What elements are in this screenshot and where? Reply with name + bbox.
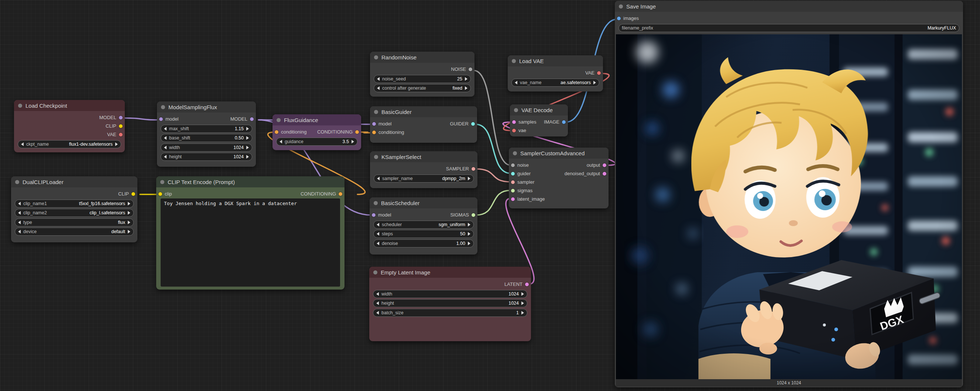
- input-port-model[interactable]: model: [372, 212, 391, 218]
- node-flux-guidance[interactable]: FluxGuidance conditioning CONDITIONING g…: [272, 114, 361, 150]
- decrement-arrow-icon[interactable]: [377, 223, 379, 226]
- input-port-sampler[interactable]: sampler: [511, 179, 534, 185]
- node-clip-text-encode[interactable]: CLIP Text Encode (Prompt) clip CONDITION…: [156, 176, 345, 290]
- conditioning-port-dot[interactable]: [372, 131, 376, 134]
- node-load-vae[interactable]: Load VAE VAE vae_nameae.safetensors: [508, 55, 603, 92]
- input-port-model[interactable]: model: [159, 116, 178, 122]
- input-port-images[interactable]: images: [617, 16, 639, 21]
- collapse-dot-icon[interactable]: [18, 104, 22, 108]
- node-titlebar[interactable]: SamplerCustomAdvanced: [509, 147, 609, 158]
- clip-port-dot[interactable]: [158, 192, 162, 196]
- clip-port-dot[interactable]: [119, 124, 123, 128]
- type-widget[interactable]: typeflux: [15, 218, 134, 226]
- output-port-latent[interactable]: LATENT: [504, 282, 529, 287]
- control-after-generate-widget[interactable]: control after generatefixed: [374, 84, 471, 92]
- latent-port-dot[interactable]: [512, 120, 516, 124]
- conditioning-port-dot[interactable]: [355, 130, 359, 134]
- noise-port-dot[interactable]: [511, 163, 515, 167]
- increment-arrow-icon[interactable]: [468, 223, 471, 226]
- decrement-arrow-icon[interactable]: [280, 140, 282, 144]
- output-port-guider[interactable]: GUIDER: [450, 121, 475, 127]
- output-port-vae[interactable]: VAE: [585, 70, 601, 76]
- node-titlebar[interactable]: Save Image: [615, 1, 963, 12]
- scheduler-widget[interactable]: schedulersgm_uniform: [373, 221, 474, 229]
- model-port-dot[interactable]: [372, 213, 375, 217]
- decrement-arrow-icon[interactable]: [164, 136, 167, 140]
- decrement-arrow-icon[interactable]: [18, 202, 21, 206]
- increment-arrow-icon[interactable]: [522, 301, 524, 305]
- node-titlebar[interactable]: Load Checkpoint: [14, 100, 125, 111]
- collapse-dot-icon[interactable]: [514, 108, 518, 112]
- input-port-clip[interactable]: clip: [158, 191, 172, 196]
- model-port-dot[interactable]: [250, 117, 254, 121]
- decrement-arrow-icon[interactable]: [377, 242, 379, 245]
- node-titlebar[interactable]: BasicScheduler: [370, 197, 477, 208]
- output-port-conditioning[interactable]: CONDITIONING: [317, 129, 359, 135]
- node-load-checkpoint[interactable]: Load Checkpoint MODEL CLIP VAE ckpt_name…: [14, 100, 125, 152]
- collapse-dot-icon[interactable]: [513, 151, 517, 155]
- node-titlebar[interactable]: VAE Decode: [510, 104, 568, 116]
- max-shift-widget[interactable]: max_shift1.15: [161, 125, 252, 133]
- collapse-dot-icon[interactable]: [512, 59, 516, 63]
- node-random-noise[interactable]: RandomNoise NOISE noise_seed25 control a…: [370, 52, 474, 97]
- node-dual-clip-loader[interactable]: DualCLIPLoader CLIP clip_name1t5xxl_fp16…: [11, 176, 137, 242]
- clip-port-dot[interactable]: [132, 192, 135, 196]
- sampler-port-dot[interactable]: [471, 167, 475, 171]
- latent-port-dot[interactable]: [511, 197, 515, 201]
- conditioning-port-dot[interactable]: [339, 192, 342, 196]
- decrement-arrow-icon[interactable]: [376, 311, 379, 315]
- collapse-dot-icon[interactable]: [161, 105, 165, 109]
- increment-arrow-icon[interactable]: [465, 86, 468, 90]
- node-titlebar[interactable]: FluxGuidance: [272, 114, 361, 125]
- guidance-widget[interactable]: guidance3.5: [276, 138, 358, 146]
- model-port-dot[interactable]: [372, 122, 376, 126]
- collapse-dot-icon[interactable]: [160, 180, 164, 184]
- output-port-sigmas[interactable]: SIGMAS: [450, 212, 475, 218]
- denoise-widget[interactable]: denoise1.00: [373, 239, 474, 247]
- node-sampler-custom-advanced[interactable]: SamplerCustomAdvanced noise output guide…: [509, 147, 609, 208]
- collapse-dot-icon[interactable]: [374, 55, 378, 59]
- decrement-arrow-icon[interactable]: [18, 211, 21, 215]
- output-port-model[interactable]: MODEL: [231, 116, 254, 122]
- width-widget[interactable]: width1024: [161, 144, 252, 152]
- decrement-arrow-icon[interactable]: [164, 155, 167, 158]
- output-port-output[interactable]: output: [587, 162, 606, 168]
- node-titlebar[interactable]: Empty Latent Image: [369, 267, 531, 278]
- increment-arrow-icon[interactable]: [468, 177, 471, 180]
- increment-arrow-icon[interactable]: [522, 311, 524, 315]
- decrement-arrow-icon[interactable]: [376, 292, 379, 296]
- width-widget[interactable]: width1024: [373, 290, 527, 298]
- steps-widget[interactable]: steps50: [373, 230, 474, 238]
- node-empty-latent-image[interactable]: Empty Latent Image LATENT width1024 heig…: [369, 267, 531, 341]
- output-port-sampler[interactable]: SAMPLER: [446, 166, 475, 171]
- ckpt-name-widget[interactable]: ckpt_nameflux1-dev.safetensors: [18, 140, 121, 148]
- output-port-vae[interactable]: VAE: [107, 132, 123, 137]
- model-port-dot[interactable]: [159, 117, 163, 121]
- increment-arrow-icon[interactable]: [522, 292, 524, 296]
- input-port-samples[interactable]: samples: [512, 119, 536, 125]
- increment-arrow-icon[interactable]: [246, 155, 249, 158]
- increment-arrow-icon[interactable]: [128, 211, 130, 215]
- node-basic-guider[interactable]: BasicGuider model GUIDER conditioning: [370, 106, 477, 143]
- node-vae-decode[interactable]: VAE Decode samples IMAGE vae: [510, 104, 568, 136]
- base-shift-widget[interactable]: base_shift0.50: [161, 134, 252, 142]
- increment-arrow-icon[interactable]: [246, 127, 249, 131]
- model-port-dot[interactable]: [119, 116, 123, 120]
- sigmas-port-dot[interactable]: [471, 213, 475, 217]
- latent-port-dot[interactable]: [525, 283, 529, 286]
- noise-port-dot[interactable]: [469, 68, 472, 71]
- node-titlebar[interactable]: KSamplerSelect: [370, 151, 477, 162]
- output-port-noise[interactable]: NOISE: [451, 66, 472, 72]
- vae-port-dot[interactable]: [119, 133, 123, 136]
- increment-arrow-icon[interactable]: [246, 146, 249, 149]
- increment-arrow-icon[interactable]: [468, 242, 471, 245]
- output-port-clip[interactable]: CLIP: [118, 191, 135, 196]
- decrement-arrow-icon[interactable]: [18, 230, 21, 233]
- sampler-port-dot[interactable]: [511, 180, 515, 184]
- increment-arrow-icon[interactable]: [128, 221, 130, 224]
- node-ksampler-select[interactable]: KSamplerSelect SAMPLER sampler_namedpmpp…: [370, 151, 477, 188]
- input-port-sigmas[interactable]: sigmas: [511, 188, 533, 193]
- collapse-dot-icon[interactable]: [15, 180, 19, 184]
- decrement-arrow-icon[interactable]: [21, 142, 24, 146]
- image-port-dot[interactable]: [562, 120, 566, 124]
